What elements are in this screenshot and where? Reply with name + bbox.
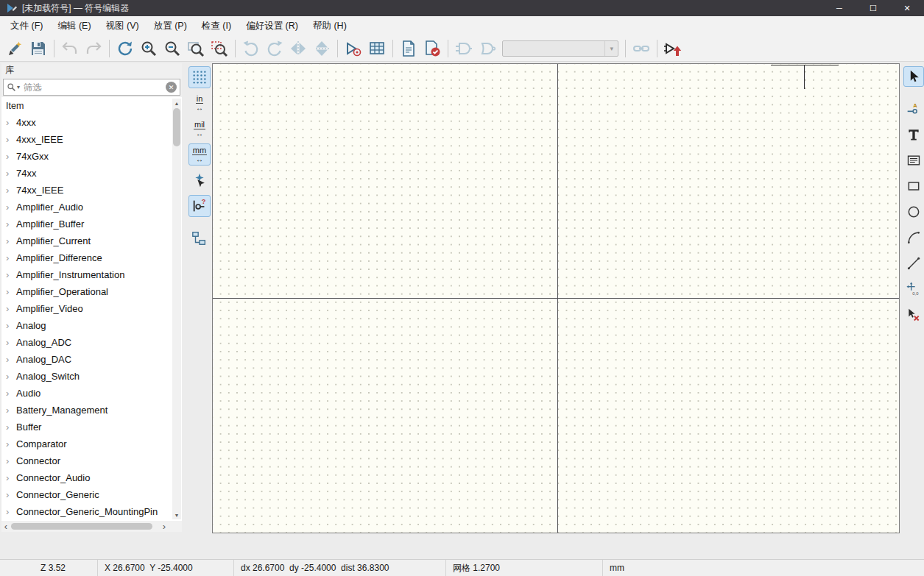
- library-tree-row[interactable]: Analog_ADC: [1, 334, 182, 351]
- library-tree-row[interactable]: Buffer: [1, 419, 182, 435]
- menu-item[interactable]: 视图 (V): [99, 17, 147, 35]
- expander-chevron-icon[interactable]: [6, 135, 14, 144]
- menu-item[interactable]: 放置 (P): [147, 17, 194, 35]
- library-tree-row[interactable]: Amplifier_Difference: [1, 249, 182, 266]
- add-rectangle-tool-button[interactable]: [903, 176, 924, 196]
- library-tree-row[interactable]: 74xx: [1, 165, 182, 182]
- de-morgan-alternate-button[interactable]: [476, 38, 498, 60]
- expander-chevron-icon[interactable]: [6, 405, 14, 415]
- library-tree-row[interactable]: Amplifier_Operational: [1, 283, 182, 300]
- expander-chevron-icon[interactable]: [6, 473, 14, 483]
- library-tree-row[interactable]: 74xx_IEEE: [1, 182, 182, 199]
- expander-chevron-icon[interactable]: [6, 507, 14, 516]
- expander-chevron-icon[interactable]: [6, 168, 14, 178]
- menu-item[interactable]: 检查 (I): [194, 17, 239, 35]
- library-tree-row[interactable]: Amplifier_Instrumentation: [1, 266, 182, 283]
- show-symbol-tree-button[interactable]: [188, 227, 211, 249]
- add-text-tool-button[interactable]: [903, 124, 924, 145]
- expander-chevron-icon[interactable]: [6, 456, 14, 466]
- rotate-counterclockwise-button[interactable]: [240, 38, 262, 60]
- expander-chevron-icon[interactable]: [6, 338, 14, 347]
- zoom-to-selection-button[interactable]: [208, 38, 230, 60]
- delete-tool-button[interactable]: [903, 305, 924, 325]
- tree-vertical-scrollbar[interactable]: [172, 99, 181, 519]
- scroll-down-arrow-icon[interactable]: [172, 511, 181, 519]
- add-textbox-tool-button[interactable]: [903, 150, 924, 171]
- units-inches-button[interactable]: in: [188, 92, 211, 114]
- select-tool-button[interactable]: [903, 66, 924, 87]
- expander-chevron-icon[interactable]: [6, 422, 14, 432]
- library-tree-row[interactable]: Connector: [1, 452, 182, 469]
- menu-item[interactable]: 编辑 (E): [50, 17, 98, 35]
- menu-item[interactable]: 帮助 (H): [306, 17, 354, 35]
- units-millimeters-button[interactable]: mm: [188, 143, 211, 166]
- maximize-button[interactable]: ☐: [856, 0, 890, 16]
- library-tree-row[interactable]: 4xxx_IEEE: [1, 131, 182, 148]
- scroll-right-arrow-icon[interactable]: [160, 521, 169, 532]
- add-symbol-to-schematic-button[interactable]: [662, 38, 684, 60]
- rotate-clockwise-button[interactable]: [264, 38, 286, 60]
- expander-chevron-icon[interactable]: [6, 118, 14, 127]
- expander-chevron-icon[interactable]: [6, 219, 14, 229]
- units-mils-button[interactable]: mil: [188, 118, 211, 140]
- add-lines-tool-button[interactable]: [903, 253, 924, 274]
- expander-chevron-icon[interactable]: [6, 439, 14, 449]
- close-button[interactable]: ✕: [890, 0, 924, 16]
- expander-chevron-icon[interactable]: [6, 202, 14, 212]
- save-button[interactable]: [27, 38, 49, 60]
- expander-chevron-icon[interactable]: [6, 304, 14, 313]
- expander-chevron-icon[interactable]: [6, 152, 14, 161]
- library-tree-row[interactable]: Audio: [1, 385, 182, 402]
- show-pin-electrical-type-button[interactable]: ?: [188, 195, 211, 217]
- search-options-chevron-icon[interactable]: [16, 84, 22, 90]
- menu-item[interactable]: 偏好设置 (R): [239, 17, 306, 35]
- clear-filter-button[interactable]: [166, 82, 177, 93]
- library-tree-row[interactable]: Amplifier_Buffer: [1, 216, 182, 232]
- de-morgan-standard-button[interactable]: [453, 38, 475, 60]
- redo-button[interactable]: [82, 38, 105, 60]
- vertical-scrollbar-thumb[interactable]: [173, 108, 180, 146]
- library-filter-input[interactable]: [22, 82, 166, 93]
- horizontal-scrollbar-thumb[interactable]: [11, 523, 152, 530]
- expander-chevron-icon[interactable]: [6, 287, 14, 296]
- library-tree-row[interactable]: 4xxx: [1, 114, 182, 131]
- show-datasheet-button[interactable]: [398, 38, 420, 60]
- library-tree-row[interactable]: Amplifier_Video: [1, 300, 182, 317]
- library-tree-row[interactable]: Connector_Generic_MountingPin: [1, 503, 182, 520]
- mirror-vertical-button[interactable]: [311, 38, 333, 60]
- synchronized-pin-edit-button[interactable]: [630, 38, 652, 60]
- move-anchor-tool-button[interactable]: 0,0: [903, 279, 924, 299]
- library-tree-row[interactable]: Connector_Generic: [1, 486, 182, 503]
- refresh-view-button[interactable]: [114, 38, 136, 60]
- add-pin-tool-button[interactable]: A: [903, 99, 924, 119]
- expander-chevron-icon[interactable]: [6, 185, 14, 195]
- library-tree-row[interactable]: Battery_Management: [1, 402, 182, 419]
- menu-item[interactable]: 文件 (F): [3, 17, 50, 35]
- zoom-to-fit-button[interactable]: [185, 38, 207, 60]
- mirror-horizontal-button[interactable]: [287, 38, 309, 60]
- expander-chevron-icon[interactable]: [6, 371, 14, 381]
- expander-chevron-icon[interactable]: [6, 321, 14, 330]
- unit-select-dropdown[interactable]: [502, 40, 618, 57]
- add-arc-tool-button[interactable]: [903, 227, 924, 248]
- expander-chevron-icon[interactable]: [6, 490, 14, 499]
- library-tree-row[interactable]: 74xGxx: [1, 148, 182, 165]
- library-tree-row[interactable]: Comparator: [1, 435, 182, 452]
- editor-canvas[interactable]: [212, 63, 900, 533]
- zoom-out-button[interactable]: [161, 38, 183, 60]
- run-symbol-checks-button[interactable]: [421, 38, 443, 60]
- expander-chevron-icon[interactable]: [6, 355, 14, 364]
- expander-chevron-icon[interactable]: [6, 236, 14, 246]
- library-tree-row[interactable]: Amplifier_Current: [1, 232, 182, 249]
- library-tree-row[interactable]: Analog_Switch: [1, 368, 182, 385]
- expander-chevron-icon[interactable]: [6, 270, 14, 280]
- zoom-in-button[interactable]: [138, 38, 160, 60]
- new-symbol-button[interactable]: [4, 38, 26, 60]
- add-circle-tool-button[interactable]: [903, 202, 924, 222]
- expander-chevron-icon[interactable]: [6, 388, 14, 398]
- expander-chevron-icon[interactable]: [6, 253, 14, 263]
- undo-button[interactable]: [59, 38, 81, 60]
- grid-toggle-button[interactable]: [188, 66, 211, 88]
- pin-table-button[interactable]: [366, 38, 388, 60]
- snap-to-grid-cursor-button[interactable]: [188, 169, 211, 191]
